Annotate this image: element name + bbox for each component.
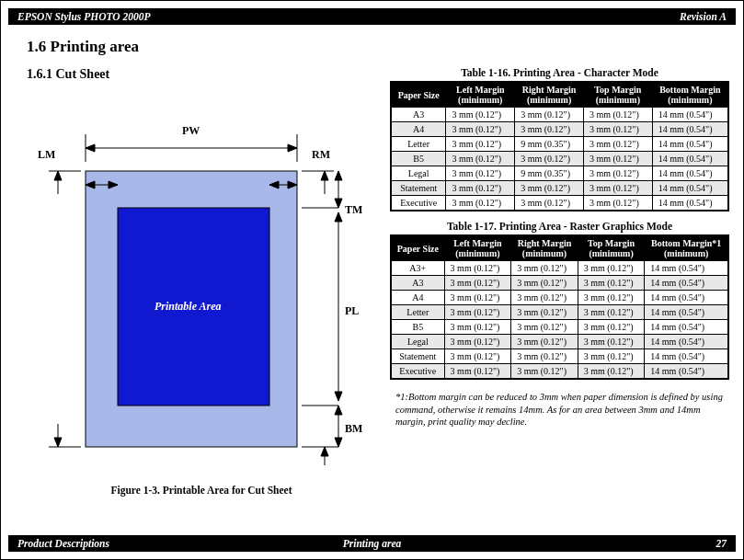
table-cell: Legal [391,335,444,349]
subsection-title: 1.6.1 Cut Sheet [27,67,376,82]
table-cell: 14 mm (0.54") [645,305,728,320]
table-cell: Legal [391,166,446,181]
table-cell: 3 mm (0.12") [583,122,652,137]
table-row: Executive3 mm (0.12")3 mm (0.12")3 mm (0… [391,196,728,211]
label-pl: PL [345,304,359,318]
table-cell: 3 mm (0.12") [578,276,645,291]
label-bm: BM [345,422,362,436]
table-row: B53 mm (0.12")3 mm (0.12")3 mm (0.12")14… [391,152,728,166]
header-bar: EPSON Stylus PHOTO 2000P Revision A [8,8,736,25]
label-lm: LM [38,148,55,162]
table-cell: 14 mm (0.54") [652,122,728,137]
table-header: Left Margin(minimum) [444,235,511,261]
table-cell: 3 mm (0.12") [444,364,511,380]
table-row: Legal3 mm (0.12")3 mm (0.12")3 mm (0.12"… [391,335,728,349]
header-revision: Revision A [680,11,727,22]
table-row: A43 mm (0.12")3 mm (0.12")3 mm (0.12")14… [391,291,728,305]
table-charmode: Paper SizeLeft Margin(minimum)Right Marg… [390,81,729,211]
table-cell: A3+ [391,261,444,276]
label-printable-area: Printable Area [155,300,222,314]
table-header: Bottom Margin*1(minimum) [645,235,728,261]
table-cell: 3 mm (0.12") [583,166,652,181]
table-cell: 3 mm (0.12") [578,335,645,349]
table-header: Bottom Margin(minimum) [652,82,728,108]
table-cell: 3 mm (0.12") [578,261,645,276]
table-cell: 3 mm (0.12") [515,152,584,166]
table-cell: 14 mm (0.54") [652,152,728,166]
figure-svg [30,111,361,470]
table-row: Statement3 mm (0.12")3 mm (0.12")3 mm (0… [391,181,728,196]
table-cell: A3 [391,108,446,122]
table-row: A43 mm (0.12")3 mm (0.12")3 mm (0.12")14… [391,122,728,137]
table-cell: A4 [391,122,446,137]
table-cell: 3 mm (0.12") [444,320,511,335]
table-cell: 3 mm (0.12") [583,108,652,122]
table-cell: 3 mm (0.12") [583,137,652,152]
table-cell: 3 mm (0.12") [444,349,511,364]
table-row: A33 mm (0.12")3 mm (0.12")3 mm (0.12")14… [391,108,728,122]
table-row: A3+3 mm (0.12")3 mm (0.12")3 mm (0.12")1… [391,261,728,276]
table-caption-rastermode: Table 1-17. Printing Area - Raster Graph… [390,221,729,232]
table-cell: 14 mm (0.54") [645,261,728,276]
table-cell: 3 mm (0.12") [446,122,515,137]
table-cell: 3 mm (0.12") [583,152,652,166]
table-row: Letter3 mm (0.12")9 mm (0.35")3 mm (0.12… [391,137,728,152]
table-header: Right Margin(minimum) [511,235,578,261]
table-row: Executive3 mm (0.12")3 mm (0.12")3 mm (0… [391,364,728,380]
document-page: EPSON Stylus PHOTO 2000P Revision A 1.6 … [0,0,744,560]
table-cell: 3 mm (0.12") [444,335,511,349]
table-cell: 3 mm (0.12") [515,108,584,122]
printable-area-figure: PW LM RM TM PL BM Printable Area [30,111,361,470]
table-cell: 3 mm (0.12") [515,181,584,196]
table-cell: Letter [391,137,446,152]
label-pw: PW [182,124,200,138]
section-title: 1.6 Printing area [27,38,729,56]
table-cell: 14 mm (0.54") [645,335,728,349]
figure-caption: Figure 1-3. Printable Area for Cut Sheet [27,485,376,496]
footnote: *1:Bottom margin can be reduced to 3mm w… [390,389,729,430]
content-area: 1.6 Printing area 1.6.1 Cut Sheet [27,38,729,531]
table-cell: 3 mm (0.12") [511,291,578,305]
table-cell: 14 mm (0.54") [652,181,728,196]
table-cell: B5 [391,152,446,166]
table-cell: 3 mm (0.12") [511,364,578,380]
table-cell: Statement [391,181,446,196]
table-cell: 3 mm (0.12") [446,196,515,211]
table-cell: 3 mm (0.12") [515,196,584,211]
table-row: A33 mm (0.12")3 mm (0.12")3 mm (0.12")14… [391,276,728,291]
table-cell: 3 mm (0.12") [444,305,511,320]
table-header: Paper Size [391,82,446,108]
label-rm: RM [312,148,330,162]
table-cell: A4 [391,291,444,305]
footer-center: Printing area [8,538,736,549]
table-rastermode: Paper SizeLeft Margin(minimum)Right Marg… [390,234,729,380]
header-title: EPSON Stylus PHOTO 2000P [17,11,151,22]
table-cell: 3 mm (0.12") [511,349,578,364]
footer-bar: Product Descriptions Printing area 27 [8,535,736,552]
table-header: Top Margin(minimum) [578,235,645,261]
table-cell: 14 mm (0.54") [645,364,728,380]
table-header: Left Margin(minimum) [446,82,515,108]
table-cell: 14 mm (0.54") [645,291,728,305]
table-cell: 14 mm (0.54") [645,276,728,291]
table-row: Statement3 mm (0.12")3 mm (0.12")3 mm (0… [391,349,728,364]
table-header: Paper Size [391,235,444,261]
table-cell: 14 mm (0.54") [645,349,728,364]
table-cell: Statement [391,349,444,364]
table-cell: 3 mm (0.12") [578,364,645,380]
table-cell: 3 mm (0.12") [446,181,515,196]
table-header: Top Margin(minimum) [583,82,652,108]
table-cell: Letter [391,305,444,320]
table-cell: Executive [391,196,446,211]
table-cell: 3 mm (0.12") [511,335,578,349]
table-cell: 3 mm (0.12") [583,196,652,211]
label-tm: TM [345,203,362,217]
table-cell: 3 mm (0.12") [444,261,511,276]
table-cell: 14 mm (0.54") [652,196,728,211]
table-cell: 3 mm (0.12") [578,349,645,364]
table-cell: 3 mm (0.12") [511,305,578,320]
table-cell: Executive [391,364,444,380]
table-cell: 3 mm (0.12") [446,137,515,152]
table-cell: 3 mm (0.12") [511,276,578,291]
table-cell: 3 mm (0.12") [511,320,578,335]
